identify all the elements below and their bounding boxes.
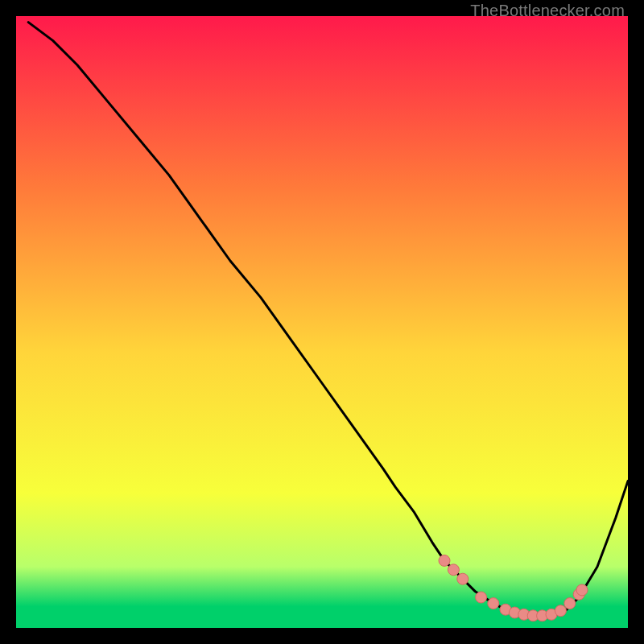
curve-marker xyxy=(457,573,469,584)
bottleneck-chart xyxy=(16,16,628,628)
curve-marker xyxy=(564,598,576,609)
curve-marker xyxy=(448,564,459,576)
curve-marker xyxy=(488,598,499,609)
curve-marker xyxy=(476,592,487,603)
gradient-background xyxy=(16,16,628,628)
curve-marker xyxy=(555,605,566,617)
curve-marker xyxy=(439,555,450,566)
chart-frame xyxy=(16,16,628,628)
curve-marker xyxy=(576,584,588,596)
